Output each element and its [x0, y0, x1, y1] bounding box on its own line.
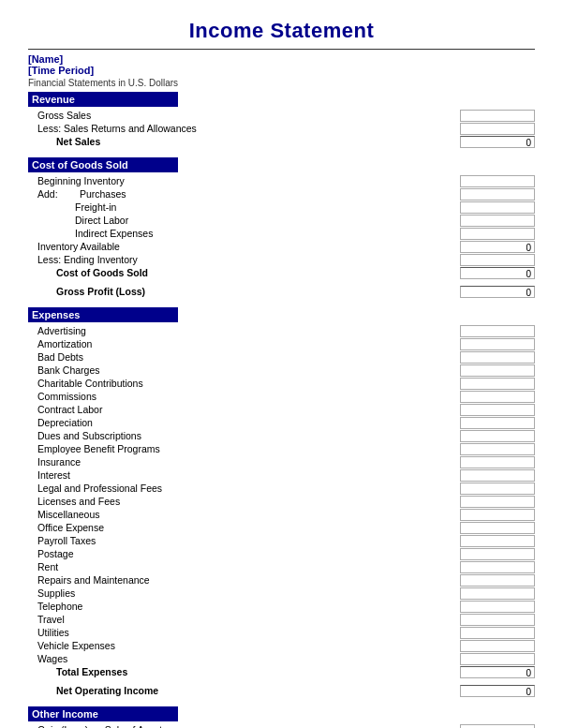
contract-labor-label: Contract Labor — [28, 404, 446, 415]
licenses-input[interactable] — [460, 496, 535, 508]
interest-input[interactable] — [460, 469, 535, 482]
indirect-exp-input[interactable] — [460, 228, 535, 240]
contract-labor-row: Contract Labor — [28, 403, 446, 416]
rent-label: Rent — [28, 561, 446, 572]
payroll-taxes-label: Payroll Taxes — [28, 535, 446, 546]
gain-loss-label: Gain (Loss) on Sale of Assets — [28, 724, 446, 728]
utilities-input[interactable] — [460, 627, 535, 639]
rent-input[interactable] — [460, 561, 535, 573]
supplies-input[interactable] — [460, 587, 535, 600]
gross-profit-label: Gross Profit (Loss) — [28, 286, 446, 297]
insurance-input[interactable] — [460, 456, 535, 468]
inv-available-value[interactable]: 0 — [460, 241, 535, 253]
legal-input[interactable] — [460, 483, 535, 495]
direct-labor-label: Direct Labor — [28, 215, 446, 226]
revenue-labels: Gross Sales Less: Sales Returns and Allo… — [28, 109, 446, 154]
title-divider — [28, 49, 535, 50]
commissions-input[interactable] — [460, 391, 535, 403]
depreciation-input[interactable] — [460, 417, 535, 429]
licenses-label: Licenses and Fees — [28, 496, 446, 507]
revenue-header: Revenue — [28, 92, 178, 107]
bad-debts-input[interactable] — [460, 351, 535, 364]
cogs-total-label: Cost of Goods Sold — [28, 267, 446, 278]
revenue-content: Gross Sales Less: Sales Returns and Allo… — [28, 109, 535, 154]
dues-input[interactable] — [460, 430, 535, 442]
cogs-total-row: Cost of Goods Sold — [28, 266, 446, 279]
utilities-label: Utilities — [28, 627, 446, 638]
repairs-label: Repairs and Maintenance — [28, 574, 446, 586]
net-sales-value[interactable]: 0 — [460, 136, 535, 148]
commissions-row: Commissions — [28, 390, 446, 403]
sales-returns-label: Less: Sales Returns and Allowances — [28, 123, 446, 134]
miscellaneous-label: Miscellaneous — [28, 509, 446, 520]
payroll-taxes-row: Payroll Taxes — [28, 534, 446, 547]
other-income-header: Other Income — [28, 706, 178, 721]
revenue-section: Revenue Gross Sales Less: Sales Returns … — [28, 92, 535, 154]
total-expenses-row: Total Expenses — [28, 665, 446, 678]
amortization-input[interactable] — [460, 338, 535, 350]
gross-sales-input[interactable] — [460, 110, 535, 122]
wages-row: Wages — [28, 652, 446, 665]
office-expense-label: Office Expense — [28, 522, 446, 533]
bank-charges-input[interactable] — [460, 364, 535, 377]
postage-input[interactable] — [460, 548, 535, 560]
less-ending-label: Less: Ending Inventory — [28, 254, 446, 265]
amortization-label: Amortization — [28, 338, 446, 349]
telephone-input[interactable] — [460, 601, 535, 613]
net-op-income-row: Net Operating Income — [28, 684, 446, 697]
net-sales-label: Net Sales — [28, 136, 446, 147]
gross-sales-label: Gross Sales — [28, 110, 446, 121]
amortization-row: Amortization — [28, 337, 446, 350]
cogs-total-value[interactable]: 0 — [460, 267, 535, 279]
beg-inventory-input[interactable] — [460, 175, 535, 187]
direct-labor-input[interactable] — [460, 215, 535, 227]
commissions-label: Commissions — [28, 391, 446, 402]
cogs-labels: Beginning Inventory Add: Purchases Freig… — [28, 174, 446, 304]
employee-benefit-label: Employee Benefit Programs — [28, 443, 446, 454]
postage-label: Postage — [28, 548, 446, 559]
depreciation-row: Depreciation — [28, 416, 446, 429]
employee-benefit-input[interactable] — [460, 443, 535, 455]
sales-returns-input-row — [446, 122, 535, 135]
travel-label: Travel — [28, 614, 446, 625]
ending-inventory-input[interactable] — [460, 254, 535, 266]
beg-inventory-row: Beginning Inventory — [28, 174, 446, 187]
cogs-content: Beginning Inventory Add: Purchases Freig… — [28, 174, 535, 304]
utilities-row: Utilities — [28, 626, 446, 639]
purchases-input[interactable] — [460, 188, 535, 201]
supplies-label: Supplies — [28, 587, 446, 599]
gain-loss-input[interactable] — [460, 724, 535, 729]
repairs-input[interactable] — [460, 574, 535, 587]
office-expense-input[interactable] — [460, 522, 535, 534]
legal-row: Legal and Professional Fees — [28, 482, 446, 495]
inv-available-label: Inventory Available — [28, 241, 446, 252]
other-income-content: Gain (Loss) on Sale of Assets Interest I… — [28, 723, 535, 728]
time-period: [Time Period] — [28, 65, 535, 76]
expenses-section: Expenses Advertising Amortization Bad De… — [28, 307, 535, 703]
page-container: Income Statement [Name] [Time Period] Fi… — [28, 19, 535, 728]
telephone-row: Telephone — [28, 600, 446, 613]
total-expenses-value[interactable]: 0 — [460, 666, 535, 678]
charitable-input[interactable] — [460, 378, 535, 390]
total-expenses-label: Total Expenses — [28, 666, 446, 677]
payroll-taxes-input[interactable] — [460, 535, 535, 547]
travel-input[interactable] — [460, 614, 535, 626]
bank-charges-label: Bank Charges — [28, 364, 446, 376]
net-op-income-value[interactable]: 0 — [460, 685, 535, 697]
gross-profit-value[interactable]: 0 — [460, 286, 535, 298]
employee-benefit-row: Employee Benefit Programs — [28, 442, 446, 455]
wages-input[interactable] — [460, 653, 535, 665]
vehicle-row: Vehicle Expenses — [28, 639, 446, 652]
vehicle-input[interactable] — [460, 640, 535, 652]
cogs-section: Cost of Goods Sold Beginning Inventory A… — [28, 157, 535, 304]
advertising-label: Advertising — [28, 325, 446, 336]
expenses-values: 0 0 — [446, 324, 535, 703]
freight-input[interactable] — [460, 201, 535, 214]
advertising-input[interactable] — [460, 325, 535, 337]
vehicle-label: Vehicle Expenses — [28, 640, 446, 651]
sales-returns-input[interactable] — [460, 123, 535, 135]
beg-inventory-label: Beginning Inventory — [28, 175, 446, 186]
contract-labor-input[interactable] — [460, 404, 535, 416]
bad-debts-label: Bad Debts — [28, 351, 446, 363]
miscellaneous-input[interactable] — [460, 509, 535, 521]
